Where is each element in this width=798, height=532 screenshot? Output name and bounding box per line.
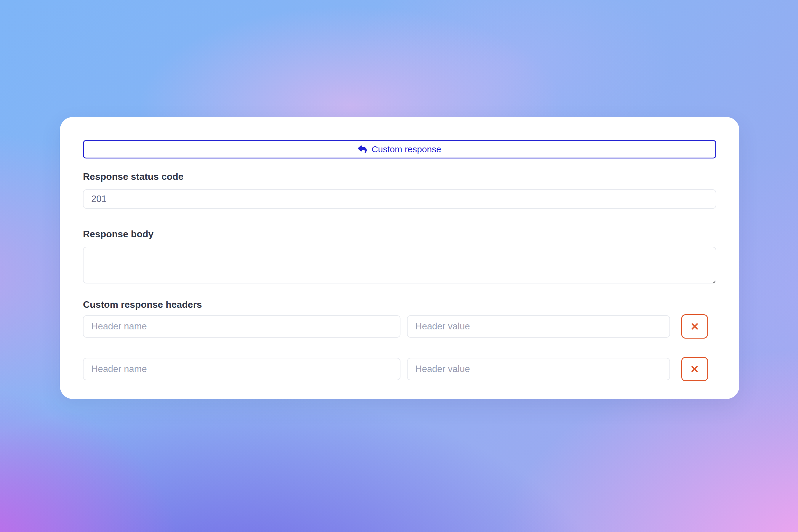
response-body-textarea[interactable]	[83, 247, 716, 284]
remove-header-row-1-button[interactable]	[681, 314, 708, 339]
header-row-1	[83, 314, 716, 339]
custom-response-button-label: Custom response	[372, 144, 441, 154]
header-name-input-1[interactable]	[83, 315, 400, 338]
custom-response-button[interactable]: Custom response	[83, 140, 716, 158]
reply-icon	[358, 145, 367, 154]
x-icon	[689, 321, 700, 332]
response-status-code-label: Response status code	[83, 171, 716, 182]
response-status-code-input[interactable]	[83, 189, 716, 209]
header-row-2	[83, 357, 716, 381]
custom-response-headers-label: Custom response headers	[83, 299, 716, 310]
custom-response-card: Custom response Response status code Res…	[60, 117, 739, 399]
header-value-input-1[interactable]	[407, 315, 670, 338]
remove-header-row-2-button[interactable]	[681, 357, 708, 381]
header-name-input-2[interactable]	[83, 358, 400, 380]
header-value-input-2[interactable]	[407, 358, 670, 380]
x-icon	[689, 364, 700, 375]
response-body-label: Response body	[83, 228, 716, 240]
